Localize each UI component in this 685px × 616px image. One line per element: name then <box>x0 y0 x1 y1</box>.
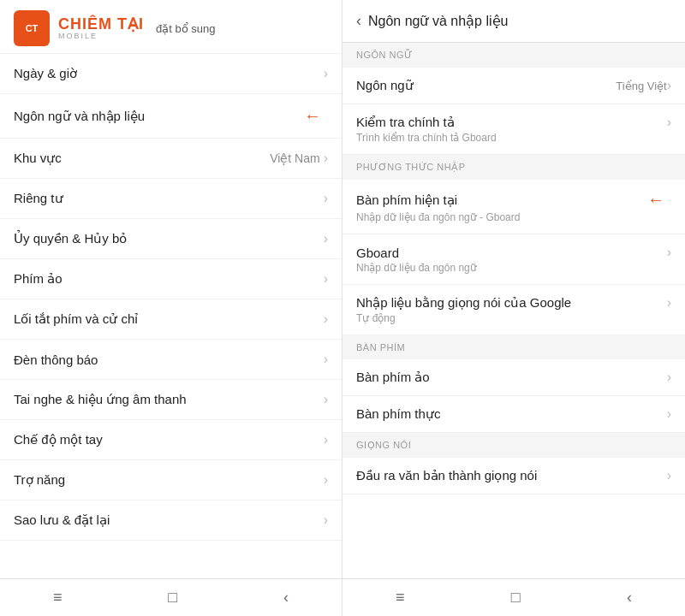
left-settings-item-9[interactable]: Chế độ một tay› <box>0 420 342 460</box>
section-label-0: NGÔN NGỮ <box>342 43 685 68</box>
section-label-2: BÀN PHÍM <box>342 335 685 359</box>
right-item-sub-1-1: Nhập dữ liệu đa ngôn ngữ <box>356 262 671 274</box>
right-item-title-0-0: Ngôn ngữ <box>356 78 414 93</box>
left-nav-menu-icon[interactable]: ≡ <box>53 589 63 607</box>
right-header: ‹ Ngôn ngữ và nhập liệu <box>342 0 685 43</box>
chevron-icon-10: › <box>324 472 328 488</box>
right-item-row-right-1-1: › <box>667 245 671 260</box>
right-item-row-right-2-1: › <box>667 406 671 422</box>
right-nav-bar: ≡ □ ‹ <box>342 578 685 616</box>
settings-item-label-7: Đèn thông báo <box>14 352 98 367</box>
right-item-row-right-1-0: ← <box>647 190 671 210</box>
settings-item-left-0: Ngày & giờ <box>14 66 324 81</box>
settings-item-left-2: Khu vực <box>14 151 270 166</box>
settings-item-left-4: Ủy quyền & Hủy bỏ <box>14 231 324 246</box>
left-settings-item-11[interactable]: Sao lưu & đặt lại› <box>0 500 342 541</box>
chevron-icon-9: › <box>324 432 328 447</box>
left-settings-item-8[interactable]: Tai nghe & hiệu ứng âm thanh› <box>0 380 342 420</box>
logo-main: CHIÊM TẠI <box>58 16 144 32</box>
right-item-1-1[interactable]: Gboard›Nhập dữ liệu đa ngôn ngữ <box>342 234 685 285</box>
left-settings-item-10[interactable]: Trợ năng› <box>0 460 342 500</box>
right-item-title-3-0: Đầu ra văn bản thành giọng nói <box>356 468 537 483</box>
chevron-icon-8: › <box>324 392 328 407</box>
right-item-row-right-3-0: › <box>667 468 671 483</box>
left-settings-item-6[interactable]: Lối tắt phím và cử chỉ› <box>0 299 342 340</box>
settings-item-right-3: › <box>324 191 328 206</box>
settings-item-label-8: Tai nghe & hiệu ứng âm thanh <box>14 392 187 407</box>
settings-item-right-4: › <box>324 231 328 246</box>
left-panel: CT CHIÊM TẠI MOBILE đặt bổ sung Ngày & g… <box>0 0 342 616</box>
right-item-1-2[interactable]: Nhập liệu bằng giọng nói của Google›Tự đ… <box>342 285 685 335</box>
settings-item-left-3: Riêng tư <box>14 191 324 206</box>
right-chevron-3-0: › <box>667 468 671 483</box>
right-item-0-0[interactable]: Ngôn ngữTiếng Việt› <box>342 68 685 104</box>
right-chevron-0-0: › <box>667 78 671 93</box>
right-item-title-1-2: Nhập liệu bằng giọng nói của Google <box>356 295 571 311</box>
right-item-row-right-0-1: › <box>667 115 671 130</box>
right-item-title-1-0: Bàn phím hiện tại <box>356 192 457 208</box>
right-nav-menu-icon[interactable]: ≡ <box>396 589 405 607</box>
right-item-row-2-1: Bàn phím thực› <box>356 406 671 422</box>
right-item-row-right-2-0: › <box>667 370 671 385</box>
right-item-row-3-0: Đầu ra văn bản thành giọng nói› <box>356 468 671 483</box>
settings-item-left-8: Tai nghe & hiệu ứng âm thanh <box>14 392 324 407</box>
settings-item-right-11: › <box>324 512 328 528</box>
chevron-icon-2: › <box>324 151 328 166</box>
right-item-title-1-1: Gboard <box>356 246 399 260</box>
highlight-arrow-left-1: ← <box>304 106 321 126</box>
right-chevron-1-2: › <box>667 295 671 311</box>
right-back-button[interactable]: ‹ <box>356 12 361 30</box>
logo-sub: MOBILE <box>58 32 144 40</box>
right-item-2-1[interactable]: Bàn phím thực› <box>342 396 685 433</box>
left-settings-item-7[interactable]: Đèn thông báo› <box>0 340 342 380</box>
right-item-1-0[interactable]: Bàn phím hiện tại←Nhập dữ liệu đa ngôn n… <box>342 180 685 234</box>
right-highlight-arrow-1-0: ← <box>647 190 664 210</box>
left-settings-item-2[interactable]: Khu vựcViệt Nam› <box>0 139 342 179</box>
settings-item-label-11: Sao lưu & đặt lại <box>14 512 110 528</box>
settings-item-right-7: › <box>324 352 328 367</box>
right-item-row-1-1: Gboard› <box>356 245 671 260</box>
settings-item-value-2: Việt Nam <box>270 151 320 165</box>
settings-item-label-4: Ủy quyền & Hủy bỏ <box>14 231 127 246</box>
settings-item-right-6: › <box>324 311 328 327</box>
left-header: CT CHIÊM TẠI MOBILE đặt bổ sung <box>0 0 342 54</box>
left-nav-home-icon[interactable]: □ <box>168 589 177 607</box>
right-item-2-0[interactable]: Bàn phím ảo› <box>342 359 685 396</box>
right-item-value-0-0: Tiếng Việt <box>616 80 666 92</box>
right-nav-home-icon[interactable]: □ <box>511 589 521 607</box>
settings-item-right-1: ← <box>304 106 328 126</box>
right-nav-back-icon[interactable]: ‹ <box>627 589 632 607</box>
right-item-row-2-0: Bàn phím ảo› <box>356 370 671 385</box>
left-settings-item-3[interactable]: Riêng tư› <box>0 179 342 219</box>
settings-list: Ngày & giờ›Ngôn ngữ và nhập liệu←Khu vực… <box>0 54 342 578</box>
right-item-row-1-0: Bàn phím hiện tại← <box>356 190 671 210</box>
settings-item-right-10: › <box>324 472 328 488</box>
settings-item-label-10: Trợ năng <box>14 472 65 488</box>
left-settings-item-5[interactable]: Phím ảo› <box>0 259 342 299</box>
settings-item-left-10: Trợ năng <box>14 472 324 488</box>
left-settings-item-0[interactable]: Ngày & giờ› <box>0 54 342 94</box>
logo-box: CT <box>14 10 50 46</box>
right-item-row-0-0: Ngôn ngữTiếng Việt› <box>356 78 671 93</box>
settings-item-right-0: › <box>324 66 328 81</box>
left-nav-back-icon[interactable]: ‹ <box>283 589 289 607</box>
right-chevron-2-1: › <box>667 406 671 422</box>
settings-item-left-7: Đèn thông báo <box>14 352 324 367</box>
left-settings-item-4[interactable]: Ủy quyền & Hủy bỏ› <box>0 219 342 259</box>
right-item-3-0[interactable]: Đầu ra văn bản thành giọng nói› <box>342 458 685 495</box>
right-item-row-0-1: Kiểm tra chính tả› <box>356 115 671 130</box>
logo-text-block: CHIÊM TẠI MOBILE <box>58 16 144 40</box>
section-label-3: GIỌNG NÓI <box>342 433 685 458</box>
right-content: NGÔN NGỮNgôn ngữTiếng Việt›Kiểm tra chín… <box>342 43 685 578</box>
settings-item-left-5: Phím ảo <box>14 271 324 287</box>
chevron-icon-5: › <box>324 271 328 287</box>
right-item-sub-0-1: Trình kiểm tra chính tả Gboard <box>356 132 671 144</box>
left-settings-item-1[interactable]: Ngôn ngữ và nhập liệu← <box>0 94 342 139</box>
logo-ct: CT <box>26 24 39 33</box>
right-item-title-2-0: Bàn phím ảo <box>356 370 430 385</box>
right-item-row-1-2: Nhập liệu bằng giọng nói của Google› <box>356 295 671 311</box>
settings-item-left-9: Chế độ một tay <box>14 432 324 447</box>
right-item-0-1[interactable]: Kiểm tra chính tả›Trình kiểm tra chính t… <box>342 104 685 155</box>
settings-item-right-5: › <box>324 271 328 287</box>
right-chevron-0-1: › <box>667 115 671 130</box>
